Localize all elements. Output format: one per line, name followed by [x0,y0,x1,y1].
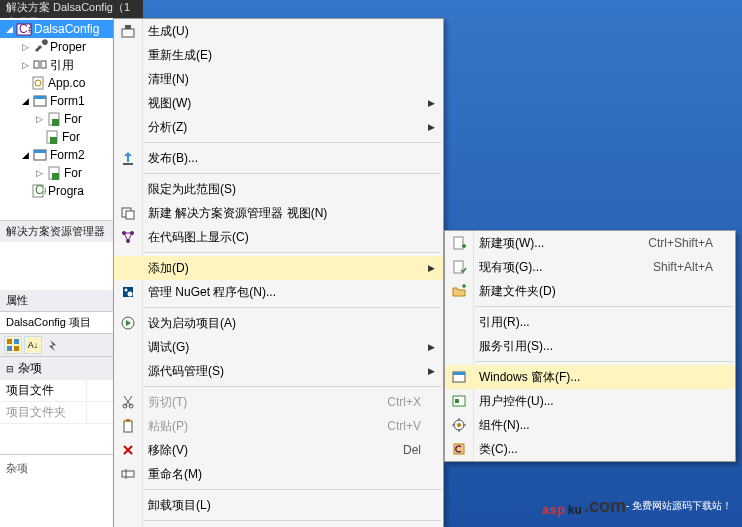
menu-separator [144,386,441,387]
svg-rect-15 [52,173,59,180]
expand-icon[interactable]: ◢ [20,96,30,106]
menu-separator [144,173,441,174]
project-context-menu: 生成(U)重新生成(E)清理(N)视图(W)▶分析(Z)▶发布(B)...限定为… [113,18,444,527]
menu-item-label: 现有项(G)... [473,259,653,276]
svg-rect-26 [126,211,134,219]
menu-item-label: 限定为此范围(S) [142,181,443,198]
menu-item-label: 调试(G) [142,339,443,356]
menu-item[interactable]: 生成(U) [114,19,443,43]
svg-rect-11 [50,137,57,144]
newitem-icon [445,235,473,251]
menu-item-label: Windows 窗体(F)... [473,369,735,386]
menu-item[interactable]: 在代码图上显示(C) [114,225,443,249]
expand-icon[interactable]: ◢ [20,150,30,160]
menu-item-label: 清理(N) [142,71,443,88]
menu-item[interactable]: 限定为此范围(S) [114,177,443,201]
svg-rect-40 [454,237,463,249]
menu-shortcut: Ctrl+X [387,395,443,409]
svg-rect-21 [14,346,19,351]
menu-item[interactable]: 重新生成(E) [114,43,443,67]
csharp-project-icon: C# [16,21,32,37]
menu-item[interactable]: 现有项(G)...Shift+Alt+A [445,255,735,279]
alphabetical-button[interactable]: A↓ [24,336,42,354]
codemap-icon [114,229,142,245]
cs-file-icon [44,129,60,145]
startup-icon [114,315,142,331]
collapse-icon[interactable]: ⊟ [6,364,14,374]
menu-item-label: 视图(W) [142,95,443,112]
form-icon [32,147,48,163]
expand-icon[interactable]: ◢ [4,24,14,34]
menu-item[interactable]: 新建 解决方案资源管理器 视图(N) [114,201,443,225]
usercontrol-icon [445,393,473,409]
menu-item[interactable]: 引用(R)... [445,310,735,334]
menu-separator [144,307,441,308]
svg-rect-7 [34,96,46,99]
wrench-icon [32,39,48,55]
svg-point-31 [125,289,128,292]
menu-item[interactable]: 设为启动项目(A) [114,311,443,335]
publish-icon [114,150,142,166]
cs-file-icon [46,111,62,127]
props-events-button[interactable] [44,336,62,354]
menu-separator [475,306,733,307]
menu-item-label: 用户控件(U)... [473,393,735,410]
menu-item[interactable]: 添加(D)▶ [114,256,443,280]
cut-icon [114,394,142,410]
titlebar: 解决方案 DalsaConfig（1 个项目) [0,0,143,18]
menu-item[interactable]: 新建项(W)...Ctrl+Shift+A [445,231,735,255]
menu-item[interactable]: 重命名(M) [114,462,443,486]
menu-item-label: 新建 解决方案资源管理器 视图(N) [142,205,443,222]
expand-icon[interactable]: ▷ [34,114,44,124]
menu-item[interactable]: 分析(Z)▶ [114,115,443,139]
menu-item-label: 添加(D) [142,260,443,277]
menu-item[interactable]: 发布(B)... [114,146,443,170]
menu-item[interactable]: 清理(N) [114,67,443,91]
menu-item: 剪切(T)Ctrl+X [114,390,443,414]
categorized-button[interactable] [4,336,22,354]
menu-item-label: 生成(U) [142,23,443,40]
menu-item[interactable]: 视图(W)▶ [114,91,443,115]
menu-separator [144,252,441,253]
svg-rect-20 [7,346,12,351]
submenu-arrow-icon: ▶ [428,122,435,132]
remove-icon [114,442,142,458]
menu-item-label: 新建文件夹(D) [473,283,735,300]
svg-rect-3 [41,61,46,68]
newview-icon [114,205,142,221]
menu-item[interactable]: 调试(G)▶ [114,335,443,359]
cs-file-icon [46,165,62,181]
menu-item[interactable]: 卸载项目(L) [114,493,443,517]
nuget-icon [114,284,142,300]
menu-item[interactable]: 组件(N)... [445,413,735,437]
svg-text:C#: C# [35,183,46,197]
menu-item[interactable]: 源代码管理(S)▶ [114,359,443,383]
menu-item-label: 设为启动项目(A) [142,315,443,332]
menu-item-label: 分析(Z) [142,119,443,136]
menu-item: 粘贴(P)Ctrl+V [114,414,443,438]
menu-item-label: 新建项(W)... [473,235,648,252]
menu-separator [144,520,441,521]
svg-rect-24 [123,163,133,165]
expand-icon[interactable]: ▷ [20,42,30,52]
menu-item[interactable]: 用户控件(U)... [445,389,735,413]
form-icon [32,93,48,109]
menu-item[interactable]: 类(C)... [445,437,735,461]
expand-icon[interactable]: ▷ [20,60,30,70]
config-file-icon [30,75,46,91]
newfolder-icon [445,283,473,299]
tree-root-label: DalsaConfig [34,22,99,36]
menu-shortcut: Ctrl+V [387,419,443,433]
menu-item-label: 类(C)... [473,441,735,458]
menu-separator [144,142,441,143]
menu-item[interactable]: 移除(V)Del [114,438,443,462]
menu-item[interactable]: 管理 NuGet 程序包(N)... [114,280,443,304]
svg-rect-45 [455,399,459,403]
expand-icon[interactable]: ▷ [34,168,44,178]
menu-item[interactable]: 新建文件夹(D) [445,279,735,303]
svg-rect-38 [122,471,134,477]
menu-item-label: 源代码管理(S) [142,363,443,380]
cs-file-icon: C# [30,183,46,199]
menu-item[interactable]: 服务引用(S)... [445,334,735,358]
menu-item[interactable]: Windows 窗体(F)... [445,365,735,389]
